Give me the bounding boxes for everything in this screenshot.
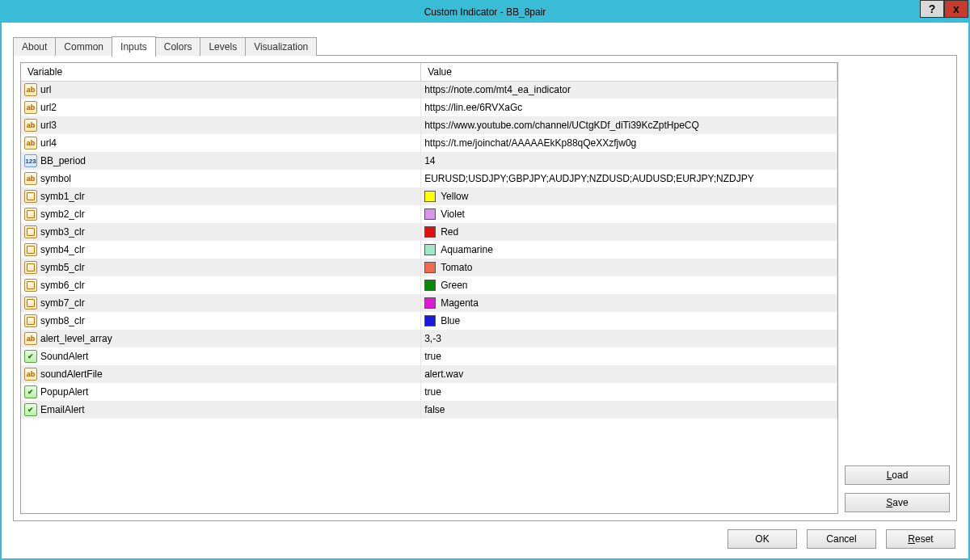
variable-value: https://www.youtube.com/channel/UCtgKDf_… bbox=[424, 120, 699, 131]
save-button[interactable]: Save bbox=[845, 493, 950, 512]
variable-name: alert_level_array bbox=[40, 333, 112, 344]
titlebar: Custom Indicator - BB_8pair ? x bbox=[2, 2, 968, 23]
input-row[interactable]: aburlhttps://note.com/mt4_ea_indicator bbox=[21, 81, 837, 99]
inputs-grid-area: Variable Value aburlhttps://note.com/mt4… bbox=[20, 62, 838, 514]
input-row[interactable]: ✔SoundAlerttrue bbox=[21, 347, 837, 365]
string-type-icon: ab bbox=[24, 101, 37, 114]
color-swatch bbox=[424, 262, 436, 273]
variable-name: EmailAlert bbox=[40, 404, 85, 415]
variable-name: url4 bbox=[40, 137, 57, 149]
variable-name: symbol bbox=[40, 173, 71, 184]
input-row[interactable]: symb1_clrYellow bbox=[21, 187, 837, 205]
color-swatch bbox=[424, 244, 436, 255]
variable-name: url2 bbox=[40, 102, 57, 113]
input-row[interactable]: abalert_level_array3,-3 bbox=[21, 330, 837, 347]
color-type-icon bbox=[24, 297, 37, 309]
input-row[interactable]: symb6_clrGreen bbox=[21, 276, 837, 294]
color-swatch bbox=[424, 208, 436, 220]
tab-about[interactable]: About bbox=[13, 37, 56, 56]
input-row[interactable]: symb7_clrMagenta bbox=[21, 294, 837, 312]
input-row[interactable]: symb8_clrBlue bbox=[21, 312, 837, 330]
color-type-icon bbox=[24, 314, 37, 327]
variable-name: symb3_clr bbox=[40, 226, 85, 238]
variable-value: alert.wav bbox=[424, 368, 463, 380]
variable-name: symb7_clr bbox=[40, 297, 85, 309]
variable-name: symb2_clr bbox=[40, 208, 85, 220]
variable-value: Green bbox=[441, 280, 467, 291]
variable-value: true bbox=[424, 351, 441, 362]
color-swatch bbox=[424, 315, 436, 326]
variable-name: BB_period bbox=[40, 155, 86, 166]
color-type-icon bbox=[24, 190, 37, 203]
input-row[interactable]: absymbolEURUSD;USDJPY;GBPJPY;AUDJPY;NZDU… bbox=[21, 170, 837, 187]
string-type-icon: ab bbox=[24, 368, 37, 381]
variable-value: https://lin.ee/6RVXaGc bbox=[424, 102, 522, 113]
tab-visualization[interactable]: Visualization bbox=[245, 37, 317, 56]
variable-value: https://t.me/joinchat/AAAAAEkKp88qQeXXzf… bbox=[424, 137, 636, 149]
variable-value: Magenta bbox=[441, 297, 479, 309]
variable-value: Aquamarine bbox=[441, 244, 493, 255]
variable-name: symb1_clr bbox=[40, 191, 85, 202]
input-row[interactable]: aburl3https://www.youtube.com/channel/UC… bbox=[21, 116, 837, 134]
tab-common[interactable]: Common bbox=[55, 37, 112, 56]
variable-name: url3 bbox=[40, 120, 57, 131]
variable-name: symb5_clr bbox=[40, 262, 85, 273]
column-header-value[interactable]: Value bbox=[421, 63, 837, 81]
string-type-icon: ab bbox=[24, 332, 37, 345]
inputs-grid[interactable]: Variable Value aburlhttps://note.com/mt4… bbox=[20, 62, 838, 514]
bool-type-icon: ✔ bbox=[24, 385, 37, 398]
input-row[interactable]: ✔PopupAlerttrue bbox=[21, 383, 837, 401]
tab-panel-inputs: Variable Value aburlhttps://note.com/mt4… bbox=[13, 55, 957, 521]
input-row[interactable]: symb4_clrAquamarine bbox=[21, 241, 837, 259]
column-header-variable[interactable]: Variable bbox=[21, 63, 421, 81]
bool-type-icon: ✔ bbox=[24, 403, 37, 416]
input-row[interactable]: aburl2https://lin.ee/6RVXaGc bbox=[21, 99, 837, 116]
titlebar-buttons: ? x bbox=[920, 0, 968, 18]
reset-button[interactable]: Reset bbox=[886, 529, 955, 549]
variable-name: symb4_clr bbox=[40, 244, 85, 255]
input-row[interactable]: ✔EmailAlertfalse bbox=[21, 401, 837, 419]
variable-value: Red bbox=[441, 226, 458, 238]
tab-strip: AboutCommonInputsColorsLevelsVisualizati… bbox=[13, 36, 957, 56]
color-swatch bbox=[424, 280, 436, 291]
window-title: Custom Indicator - BB_8pair bbox=[424, 6, 546, 18]
color-type-icon bbox=[24, 225, 37, 238]
input-row[interactable]: absoundAlertFilealert.wav bbox=[21, 365, 837, 383]
color-type-icon bbox=[24, 261, 37, 274]
string-type-icon: ab bbox=[24, 137, 37, 149]
variable-value: Blue bbox=[441, 315, 460, 326]
input-row[interactable]: 123BB_period14 bbox=[21, 152, 837, 170]
variable-name: symb6_clr bbox=[40, 280, 85, 291]
color-swatch bbox=[424, 226, 436, 238]
load-button[interactable]: Load bbox=[845, 465, 950, 485]
input-row[interactable]: symb2_clrViolet bbox=[21, 205, 837, 223]
bool-type-icon: ✔ bbox=[24, 350, 37, 363]
input-row[interactable]: symb3_clrRed bbox=[21, 223, 837, 241]
dialog-window: Custom Indicator - BB_8pair ? x AboutCom… bbox=[0, 0, 970, 560]
ok-button[interactable]: OK bbox=[728, 529, 797, 549]
variable-name: SoundAlert bbox=[40, 351, 88, 362]
close-button[interactable]: x bbox=[944, 0, 968, 18]
variable-name: symb8_clr bbox=[40, 315, 85, 326]
tab-colors[interactable]: Colors bbox=[155, 37, 201, 56]
input-row[interactable]: aburl4https://t.me/joinchat/AAAAAEkKp88q… bbox=[21, 134, 837, 152]
variable-value: Violet bbox=[441, 208, 465, 220]
string-type-icon: ab bbox=[24, 83, 37, 96]
variable-name: soundAlertFile bbox=[40, 368, 103, 380]
variable-value: https://note.com/mt4_ea_indicator bbox=[424, 84, 571, 95]
string-type-icon: ab bbox=[24, 172, 37, 185]
variable-value: false bbox=[424, 404, 445, 415]
color-swatch bbox=[424, 191, 436, 202]
variable-value: Tomato bbox=[441, 262, 472, 273]
help-button[interactable]: ? bbox=[920, 0, 944, 18]
input-row[interactable]: symb5_clrTomato bbox=[21, 259, 837, 276]
cancel-button[interactable]: Cancel bbox=[807, 529, 876, 549]
variable-value: 14 bbox=[424, 155, 435, 166]
integer-type-icon: 123 bbox=[24, 154, 37, 167]
tab-inputs[interactable]: Inputs bbox=[112, 36, 156, 57]
string-type-icon: ab bbox=[24, 119, 37, 132]
variable-value: EURUSD;USDJPY;GBPJPY;AUDJPY;NZDUSD;AUDUS… bbox=[424, 173, 754, 184]
color-type-icon bbox=[24, 243, 37, 256]
color-swatch bbox=[424, 297, 436, 309]
tab-levels[interactable]: Levels bbox=[200, 37, 246, 56]
